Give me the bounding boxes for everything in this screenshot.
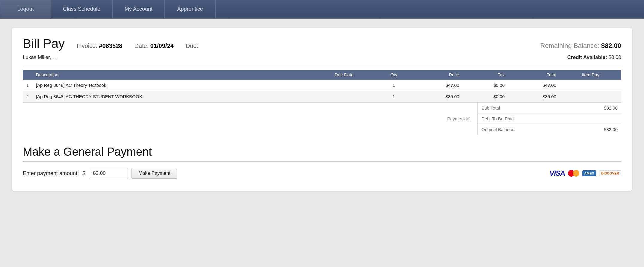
table-header-row: Description Due Date Qty Price Tax Total… [23,70,621,80]
general-payment-title: Make a General Payment [23,145,621,162]
bill-pay-card: Bill Pay Invoice: #083528 Date: 01/09/24… [12,28,632,191]
date-label: Date: 01/09/24 [134,43,173,49]
summary-inner: Sub Total $82.00 Debt To Be Paid Origina… [477,103,621,135]
th-total: Total [508,70,560,80]
bill-meta: Invoice: #083528 Date: 01/09/24 Due: Rem… [77,42,621,50]
row-due-date [312,91,376,102]
payment-form: Enter payment amount: $ Make Payment VIS… [23,168,621,179]
payment-label-side: Payment #1 [23,103,477,135]
row-qty: 1 [376,80,411,91]
card-icons: VISA AMEX DISCOVER [549,169,621,178]
remaining-value: $82.00 [601,42,621,49]
row-description: [Ap Reg 8648] AC Theory Textbook [32,80,312,91]
row-qty: 1 [376,91,411,102]
th-price: Price [411,70,463,80]
discover-icon: DISCOVER [599,170,621,176]
credit-available: Credit Available: $0.00 [567,54,621,60]
row-num: 2 [23,91,32,102]
row-total: $35.00 [508,91,560,102]
amex-icon: AMEX [582,170,596,176]
nav-logout[interactable]: Logout [0,0,51,18]
make-payment-button[interactable]: Make Payment [131,168,177,179]
row-tax: $0.00 [463,80,508,91]
debt-line: Debt To Be Paid [478,113,621,124]
th-due-date: Due Date [312,70,376,80]
row-item-pay[interactable] [560,91,621,102]
original-balance-value: $82.00 [604,127,618,132]
row-total: $47.00 [508,80,560,91]
bill-header: Bill Pay Invoice: #083528 Date: 01/09/24… [23,37,621,51]
original-balance-line: Original Balance $82.00 [478,124,621,135]
customer-name: Lukas Miller, , , [23,54,57,60]
table-row: 1 [Ap Reg 8648] AC Theory Textbook 1 $47… [23,80,621,91]
th-num [23,70,32,80]
remaining-balance: Remaining Balance: $82.00 [540,42,621,50]
invoice-label: Invoice: #083528 [77,43,122,49]
summary-section: Payment #1 Sub Total $82.00 Debt To Be P… [23,102,621,135]
dollar-sign: $ [82,170,85,177]
date-value: 01/09/24 [150,43,174,49]
debt-label: Debt To Be Paid [481,116,514,121]
subtotal-line: Sub Total $82.00 [478,103,621,113]
navigation: Logout Class Schedule My Account Apprent… [0,0,644,19]
row-num: 1 [23,80,32,91]
row-price: $47.00 [411,80,463,91]
subtotal-label: Sub Total [481,105,500,110]
th-tax: Tax [463,70,508,80]
payment-amount-input[interactable] [89,168,128,179]
payment-number: Payment #1 [447,116,471,121]
nav-my-account[interactable]: My Account [113,0,165,18]
nav-class-schedule[interactable]: Class Schedule [51,0,113,18]
row-price: $35.00 [411,91,463,102]
subtotal-value: $82.00 [604,105,618,110]
mc-right-circle [573,170,579,177]
invoice-number: #083528 [99,43,123,49]
general-payment-section: Make a General Payment Enter payment amo… [23,145,621,179]
row-description: [Ap Reg 8648] AC THEORY STUDENT WORKBOOK [32,91,312,102]
main-content: Bill Pay Invoice: #083528 Date: 01/09/24… [0,19,644,200]
table-row: 2 [Ap Reg 8648] AC THEORY STUDENT WORKBO… [23,91,621,102]
mastercard-icon [568,170,579,177]
enter-payment-label: Enter payment amount: [23,170,79,177]
visa-icon: VISA [549,169,565,178]
row-due-date [312,80,376,91]
invoice-table: Description Due Date Qty Price Tax Total… [23,70,621,102]
customer-row: Lukas Miller, , , Credit Available: $0.0… [23,54,621,65]
th-description: Description [32,70,312,80]
nav-apprentice[interactable]: Apprentice [165,0,216,18]
th-qty: Qty [376,70,411,80]
th-item-pay: Item Pay [560,70,621,80]
due-label: Due: [186,43,198,49]
original-balance-label: Original Balance [481,127,514,132]
row-tax: $0.00 [463,91,508,102]
bill-title: Bill Pay [23,37,65,51]
row-item-pay[interactable] [560,80,621,91]
